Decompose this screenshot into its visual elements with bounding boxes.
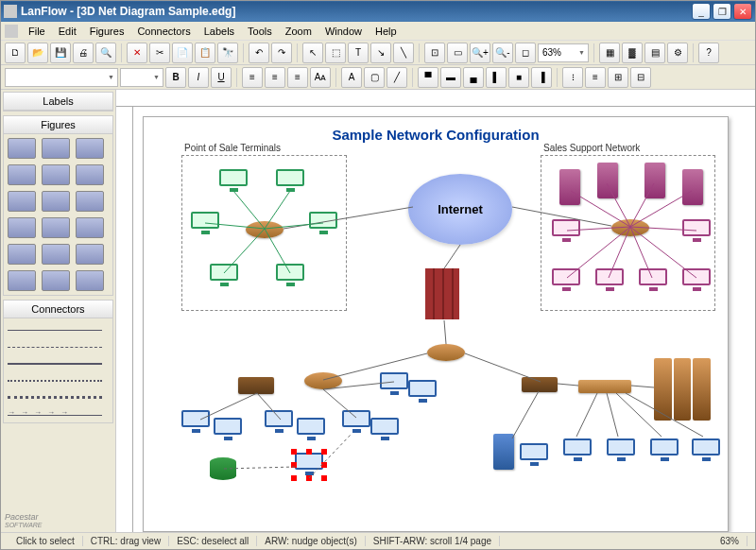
ungroup-icon[interactable]: ⊟ xyxy=(630,67,651,88)
shape-hub[interactable] xyxy=(42,191,70,212)
close-button[interactable]: ✕ xyxy=(733,3,752,20)
shape-patch[interactable] xyxy=(42,270,70,291)
grid-icon[interactable]: ▓ xyxy=(622,43,643,63)
zoom-fit-icon[interactable]: ⊡ xyxy=(424,43,445,63)
align-l-icon[interactable]: ▌ xyxy=(486,67,507,88)
maximize-button[interactable]: ❐ xyxy=(713,3,731,20)
select-icon[interactable]: ⬚ xyxy=(325,43,346,63)
workstation[interactable] xyxy=(214,418,242,442)
align-left-icon[interactable]: ≡ xyxy=(242,67,263,88)
props-icon[interactable]: ⚙ xyxy=(667,43,688,63)
sales-router[interactable] xyxy=(611,219,649,236)
conn-arrow[interactable]: →→→→→ xyxy=(8,410,102,416)
workstation-selected[interactable] xyxy=(295,453,323,477)
text-color-icon[interactable]: A xyxy=(341,67,362,88)
sales-pc[interactable] xyxy=(595,268,624,293)
underline-icon[interactable]: U xyxy=(211,67,232,88)
align-center-icon[interactable]: ≡ xyxy=(265,67,285,88)
menu-tools[interactable]: Tools xyxy=(241,24,279,39)
workstation[interactable] xyxy=(692,438,720,463)
workstation[interactable] xyxy=(520,443,548,468)
menu-figures[interactable]: Figures xyxy=(83,24,131,39)
preview-icon[interactable]: 🔍 xyxy=(95,43,116,63)
core-router[interactable] xyxy=(427,344,465,361)
open-icon[interactable]: 📂 xyxy=(27,43,48,63)
shape-modem[interactable] xyxy=(76,191,104,212)
labels-panel-head[interactable]: Labels xyxy=(4,93,112,111)
workstation[interactable] xyxy=(181,410,210,435)
zoom-select[interactable]: 63% xyxy=(538,43,589,62)
align-b-icon[interactable]: ▄ xyxy=(463,67,484,88)
internet-cloud[interactable]: Internet xyxy=(408,174,512,245)
shape-phone[interactable] xyxy=(76,244,104,265)
align-c-icon[interactable]: ■ xyxy=(508,67,529,88)
shape-laptop[interactable] xyxy=(8,164,36,185)
align-r-icon[interactable]: ▐ xyxy=(531,67,552,88)
menu-edit[interactable]: Edit xyxy=(52,24,83,39)
router-left[interactable] xyxy=(304,372,342,389)
line-icon[interactable]: ╲ xyxy=(393,43,414,63)
minimize-button[interactable]: _ xyxy=(692,3,711,20)
align-right-icon[interactable]: ≡ xyxy=(287,67,308,88)
connector-icon[interactable]: ↘ xyxy=(370,43,391,63)
shape-rack[interactable] xyxy=(42,164,70,185)
workstation[interactable] xyxy=(297,418,325,442)
sales-pc[interactable] xyxy=(552,219,580,244)
align-m-icon[interactable]: ▬ xyxy=(440,67,461,88)
shape-router[interactable] xyxy=(8,191,36,212)
conn-dotted2[interactable] xyxy=(8,393,102,399)
diagram-page[interactable]: Sample Network Configuration Point of Sa… xyxy=(143,116,729,532)
shape-printer[interactable] xyxy=(42,244,70,265)
bold-icon[interactable]: B xyxy=(165,67,186,88)
shape-firewall[interactable] xyxy=(42,217,70,238)
zoom-page-icon[interactable]: ▭ xyxy=(447,43,468,63)
cut-icon[interactable]: ✂ xyxy=(149,43,170,63)
workstation[interactable] xyxy=(563,438,592,463)
figures-panel-head[interactable]: Figures xyxy=(4,116,112,134)
sales-pc[interactable] xyxy=(682,268,711,293)
canvas[interactable]: Sample Network Configuration Point of Sa… xyxy=(133,107,755,532)
server-rack[interactable] xyxy=(654,358,711,421)
size-select[interactable] xyxy=(120,68,163,87)
italic-icon[interactable]: I xyxy=(188,67,209,88)
menu-labels[interactable]: Labels xyxy=(198,24,241,39)
redo-icon[interactable]: ↷ xyxy=(271,43,292,63)
shape-bridge[interactable] xyxy=(76,270,104,291)
switch-right[interactable] xyxy=(522,377,558,392)
conn-dotted[interactable] xyxy=(8,376,102,382)
workstation-tower[interactable] xyxy=(493,434,514,470)
firewall[interactable] xyxy=(425,268,459,319)
fill-color-icon[interactable]: ▢ xyxy=(364,67,385,88)
menu-file[interactable]: File xyxy=(22,24,52,39)
workstation[interactable] xyxy=(342,410,370,435)
sales-pc[interactable] xyxy=(552,268,580,293)
font-select[interactable] xyxy=(5,68,118,87)
help-icon[interactable]: ? xyxy=(698,43,719,63)
pos-terminal[interactable] xyxy=(309,212,337,236)
shape-wap[interactable] xyxy=(8,217,36,238)
conn-thick[interactable] xyxy=(8,359,102,365)
shape-switch[interactable] xyxy=(76,164,104,185)
connectors-panel-head[interactable]: Connectors xyxy=(4,301,112,318)
pos-terminal[interactable] xyxy=(191,212,219,236)
menu-window[interactable]: Window xyxy=(318,24,369,39)
pointer-icon[interactable]: ↖ xyxy=(302,43,323,63)
pos-terminal[interactable] xyxy=(276,264,304,288)
menu-help[interactable]: Help xyxy=(369,24,404,39)
text-icon[interactable]: T xyxy=(348,43,369,63)
workstation[interactable] xyxy=(607,438,635,463)
print-icon[interactable]: 🖨 xyxy=(73,43,94,63)
conn-solid[interactable] xyxy=(8,325,102,331)
menu-connectors[interactable]: Connectors xyxy=(130,24,197,39)
workstation[interactable] xyxy=(650,438,679,463)
layers-icon[interactable]: ▤ xyxy=(644,43,665,63)
new-icon[interactable]: 🗋 xyxy=(5,43,26,63)
find-icon[interactable]: 🔭 xyxy=(217,43,238,63)
caps-icon[interactable]: Aᴀ xyxy=(310,67,331,88)
shape-db[interactable] xyxy=(76,217,104,238)
paste-icon[interactable]: 📋 xyxy=(195,43,215,63)
menu-zoom[interactable]: Zoom xyxy=(279,24,318,39)
conn-dashed[interactable] xyxy=(8,342,102,348)
hub-right[interactable] xyxy=(578,380,631,393)
workstation[interactable] xyxy=(265,410,293,435)
